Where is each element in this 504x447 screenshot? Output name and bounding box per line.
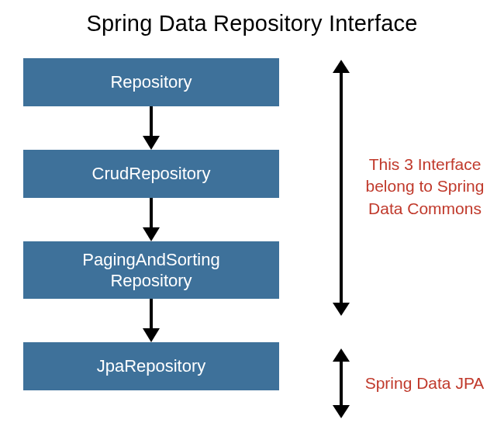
box-repository-label: Repository bbox=[110, 71, 192, 93]
bracket-jpa-icon bbox=[340, 362, 343, 405]
box-jpa-repository-label: JpaRepository bbox=[97, 355, 206, 377]
hierarchy-column: Repository CrudRepository PagingAndSorti… bbox=[23, 58, 279, 390]
box-crud-repository-label: CrudRepository bbox=[92, 163, 211, 185]
box-repository: Repository bbox=[23, 58, 279, 106]
box-crud-repository: CrudRepository bbox=[23, 150, 279, 198]
arrow-down-icon bbox=[23, 198, 279, 241]
bracket-commons-icon bbox=[340, 73, 343, 303]
box-jpa-repository: JpaRepository bbox=[23, 342, 279, 390]
box-paging-sorting-repository: PagingAndSortingRepository bbox=[23, 241, 279, 299]
annotation-jpa: Spring Data JPA bbox=[357, 372, 492, 394]
arrow-down-icon bbox=[23, 299, 279, 342]
diagram-title: Spring Data Repository Interface bbox=[0, 11, 504, 36]
box-paging-sorting-repository-label: PagingAndSortingRepository bbox=[82, 249, 219, 292]
annotation-commons: This 3 Interface belong to Spring Data C… bbox=[355, 154, 495, 220]
arrow-down-icon bbox=[23, 106, 279, 150]
